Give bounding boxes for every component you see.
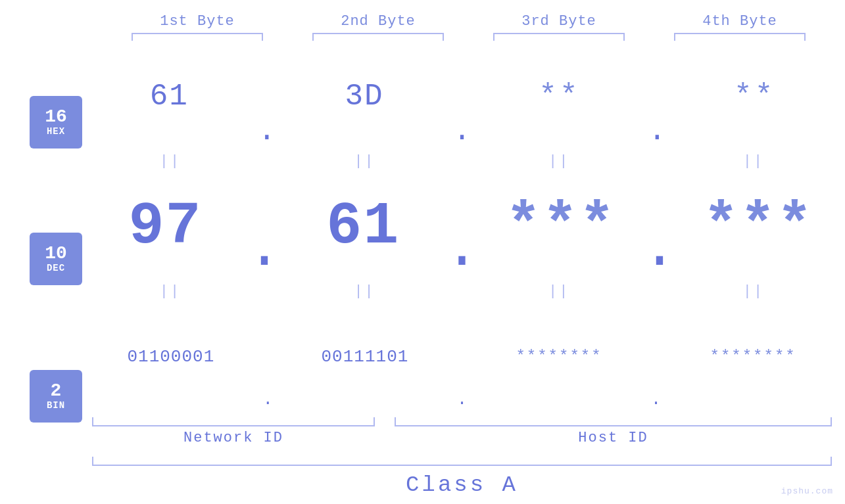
dec-b1-value: 97 — [129, 193, 203, 260]
hex-b3-value: ** — [539, 80, 580, 114]
bin-b4-value: ******** — [710, 348, 796, 365]
equals-row-2: || || || || — [92, 282, 832, 301]
dec-b4-value: *** — [703, 193, 813, 260]
network-id-label: Network ID — [92, 430, 375, 446]
eq2-b3: || — [493, 283, 625, 300]
dec-b3-value: *** — [506, 193, 616, 260]
bracket-byte1 — [132, 33, 263, 41]
dec-badge: 10 DEC — [30, 233, 82, 285]
watermark: ipshu.com — [781, 486, 833, 496]
bin-dot1: . — [263, 391, 274, 412]
bottom-bracket-container — [92, 417, 832, 426]
hex-dot1: . — [258, 116, 276, 152]
hex-badge-num: 16 — [45, 108, 67, 126]
byte1-label: 1st Byte — [132, 13, 263, 30]
hex-dot2: . — [453, 116, 471, 152]
class-a-label: Class A — [92, 472, 832, 497]
page-container: 1st Byte 2nd Byte 3rd Byte 4th Byte 16 H… — [0, 0, 845, 504]
bin-dot2: . — [457, 391, 468, 412]
hex-b2: 3D — [299, 80, 430, 114]
id-labels-row: Network ID Host ID — [92, 430, 832, 446]
equals-row-1: || || || || — [92, 152, 832, 171]
dec-b2-value: 61 — [326, 193, 400, 260]
hex-badge: 16 HEX — [30, 96, 82, 149]
bin-badge-label: BIN — [47, 400, 65, 411]
main-area: 16 HEX 10 DEC 2 BIN 61 . 3D — [0, 41, 845, 504]
bin-b3-value: ******** — [516, 348, 602, 365]
dec-b3: *** — [495, 193, 627, 260]
dec-dot1: . — [247, 219, 282, 282]
labels-gap — [375, 430, 395, 446]
eq1-b3: || — [493, 153, 625, 170]
hex-row: 61 . 3D . ** . ** — [92, 41, 832, 152]
hex-badge-label: HEX — [47, 126, 65, 137]
bin-badge: 2 BIN — [30, 370, 82, 423]
eq1-b2: || — [299, 153, 431, 170]
eq1-b4: || — [688, 153, 819, 170]
eq1-b1: || — [105, 153, 236, 170]
bin-b4: ******** — [687, 348, 819, 365]
content-column: 61 . 3D . ** . ** || || — [92, 41, 845, 504]
badges-column: 16 HEX 10 DEC 2 BIN — [0, 41, 92, 504]
bin-dot3: . — [651, 391, 662, 412]
bin-b1: 01100001 — [105, 347, 237, 367]
hex-b4: ** — [689, 80, 821, 114]
host-id-bracket — [395, 417, 832, 426]
eq2-b1: || — [105, 283, 236, 300]
dec-badge-label: DEC — [47, 263, 65, 273]
byte3-label: 3rd Byte — [493, 13, 625, 30]
hex-b2-value: 3D — [345, 80, 383, 114]
hex-b3: ** — [494, 80, 625, 114]
byte4-label: 4th Byte — [674, 13, 806, 30]
class-a-bracket — [92, 457, 832, 466]
hex-b1-value: 61 — [150, 80, 189, 114]
eq2-b4: || — [688, 283, 819, 300]
bin-badge-num: 2 — [51, 382, 62, 400]
bracket-byte4 — [674, 33, 806, 41]
top-brackets-row — [107, 33, 831, 41]
dec-b2: 61 — [297, 193, 429, 260]
bin-b1-value: 01100001 — [127, 347, 214, 367]
bin-b3: ******** — [493, 348, 625, 365]
dec-b1: 97 — [100, 193, 231, 260]
bracket-gap — [375, 417, 395, 426]
dec-row: 97 . 61 . *** . *** — [92, 171, 832, 282]
dec-dot2: . — [444, 219, 479, 282]
bin-b2: 00111101 — [299, 347, 431, 367]
host-id-label: Host ID — [395, 430, 832, 446]
bin-b2-value: 00111101 — [322, 347, 409, 367]
bottom-labels-area: Network ID Host ID Class A — [92, 417, 832, 504]
bracket-byte3 — [493, 33, 625, 41]
network-id-bracket — [92, 417, 375, 426]
eq2-b2: || — [299, 283, 431, 300]
bin-row: 01100001 . 00111101 . ******** . *******… — [92, 301, 832, 412]
hex-b4-value: ** — [734, 80, 775, 114]
hex-b1: 61 — [103, 80, 235, 114]
dec-badge-num: 10 — [45, 244, 67, 263]
dec-dot3: . — [642, 219, 677, 282]
hex-dot3: . — [648, 116, 666, 152]
byte-labels-row: 1st Byte 2nd Byte 3rd Byte 4th Byte — [107, 13, 831, 30]
dec-b4: *** — [692, 193, 824, 260]
byte2-label: 2nd Byte — [312, 13, 444, 30]
bracket-byte2 — [312, 33, 444, 41]
